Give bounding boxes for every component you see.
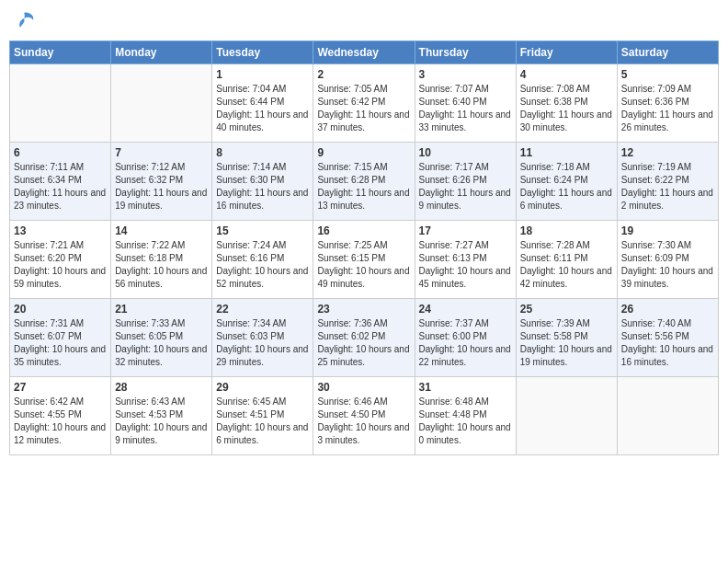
day-info: Sunrise: 7:28 AM Sunset: 6:11 PM Dayligh… [520,239,613,291]
day-info: Sunrise: 7:09 AM Sunset: 6:36 PM Dayligh… [621,83,714,134]
day-number: 28 [115,381,208,394]
day-number: 17 [419,224,512,237]
calendar-cell: 22Sunrise: 7:34 AM Sunset: 6:03 PM Dayli… [212,299,313,377]
day-info: Sunrise: 7:12 AM Sunset: 6:32 PM Dayligh… [115,161,208,213]
calendar-cell: 15Sunrise: 7:24 AM Sunset: 6:16 PM Dayli… [212,221,313,299]
calendar-cell: 1Sunrise: 7:04 AM Sunset: 6:44 PM Daylig… [212,64,313,143]
calendar-cell: 11Sunrise: 7:18 AM Sunset: 6:24 PM Dayli… [516,143,617,221]
calendar-cell [617,377,718,455]
calendar-week-row: 27Sunrise: 6:42 AM Sunset: 4:55 PM Dayli… [10,377,719,455]
calendar-cell: 28Sunrise: 6:43 AM Sunset: 4:53 PM Dayli… [111,377,212,455]
day-number: 4 [520,68,613,81]
calendar-cell [111,64,212,143]
calendar-cell: 13Sunrise: 7:21 AM Sunset: 6:20 PM Dayli… [10,221,111,299]
day-info: Sunrise: 7:36 AM Sunset: 6:02 PM Dayligh… [317,317,410,369]
day-number: 6 [14,146,107,159]
calendar-header-row: SundayMondayTuesdayWednesdayThursdayFrid… [10,41,719,64]
day-info: Sunrise: 7:19 AM Sunset: 6:22 PM Dayligh… [621,161,714,213]
calendar-cell: 12Sunrise: 7:19 AM Sunset: 6:22 PM Dayli… [617,143,718,221]
day-number: 3 [419,68,512,81]
calendar-cell [516,377,617,455]
logo [9,9,37,33]
day-info: Sunrise: 7:30 AM Sunset: 6:09 PM Dayligh… [621,239,714,291]
calendar-week-row: 13Sunrise: 7:21 AM Sunset: 6:20 PM Dayli… [10,221,719,299]
day-header-saturday: Saturday [617,41,718,64]
day-info: Sunrise: 7:25 AM Sunset: 6:15 PM Dayligh… [317,239,410,291]
day-info: Sunrise: 7:22 AM Sunset: 6:18 PM Dayligh… [115,239,208,291]
day-info: Sunrise: 7:15 AM Sunset: 6:28 PM Dayligh… [317,161,410,213]
day-number: 26 [621,303,714,316]
calendar-cell: 23Sunrise: 7:36 AM Sunset: 6:02 PM Dayli… [313,299,415,377]
calendar-table: SundayMondayTuesdayWednesdayThursdayFrid… [9,40,719,455]
calendar-cell: 9Sunrise: 7:15 AM Sunset: 6:28 PM Daylig… [313,143,415,221]
day-number: 11 [520,146,613,159]
logo-bird-icon [11,9,37,35]
day-info: Sunrise: 7:21 AM Sunset: 6:20 PM Dayligh… [14,239,107,291]
calendar-cell: 26Sunrise: 7:40 AM Sunset: 5:56 PM Dayli… [617,299,718,377]
day-number: 23 [317,303,410,316]
day-number: 10 [419,146,512,159]
calendar-cell: 20Sunrise: 7:31 AM Sunset: 6:07 PM Dayli… [10,299,111,377]
day-number: 21 [115,303,208,316]
day-info: Sunrise: 7:24 AM Sunset: 6:16 PM Dayligh… [216,239,309,291]
day-info: Sunrise: 7:17 AM Sunset: 6:26 PM Dayligh… [419,161,512,213]
calendar-cell: 29Sunrise: 6:45 AM Sunset: 4:51 PM Dayli… [212,377,313,455]
calendar-cell: 17Sunrise: 7:27 AM Sunset: 6:13 PM Dayli… [415,221,516,299]
day-info: Sunrise: 7:39 AM Sunset: 5:58 PM Dayligh… [520,317,613,369]
page-header [9,9,719,33]
day-info: Sunrise: 7:34 AM Sunset: 6:03 PM Dayligh… [216,317,309,369]
day-header-friday: Friday [516,41,617,64]
calendar-cell: 2Sunrise: 7:05 AM Sunset: 6:42 PM Daylig… [313,64,415,143]
calendar-cell: 4Sunrise: 7:08 AM Sunset: 6:38 PM Daylig… [516,64,617,143]
day-header-monday: Monday [111,41,212,64]
day-number: 18 [520,224,613,237]
day-info: Sunrise: 7:27 AM Sunset: 6:13 PM Dayligh… [419,239,512,291]
calendar-cell: 5Sunrise: 7:09 AM Sunset: 6:36 PM Daylig… [617,64,718,143]
day-info: Sunrise: 7:31 AM Sunset: 6:07 PM Dayligh… [14,317,107,369]
calendar-week-row: 6Sunrise: 7:11 AM Sunset: 6:34 PM Daylig… [10,143,719,221]
day-number: 12 [621,146,714,159]
calendar-cell: 8Sunrise: 7:14 AM Sunset: 6:30 PM Daylig… [212,143,313,221]
day-info: Sunrise: 7:08 AM Sunset: 6:38 PM Dayligh… [520,83,613,134]
day-info: Sunrise: 7:33 AM Sunset: 6:05 PM Dayligh… [115,317,208,369]
calendar-week-row: 1Sunrise: 7:04 AM Sunset: 6:44 PM Daylig… [10,64,719,143]
calendar-cell: 10Sunrise: 7:17 AM Sunset: 6:26 PM Dayli… [415,143,516,221]
day-number: 27 [14,381,107,394]
day-info: Sunrise: 7:07 AM Sunset: 6:40 PM Dayligh… [419,83,512,134]
calendar-cell: 31Sunrise: 6:48 AM Sunset: 4:48 PM Dayli… [415,377,516,455]
calendar-cell: 21Sunrise: 7:33 AM Sunset: 6:05 PM Dayli… [111,299,212,377]
day-info: Sunrise: 6:48 AM Sunset: 4:48 PM Dayligh… [419,396,512,447]
day-number: 2 [317,68,410,81]
calendar-cell: 25Sunrise: 7:39 AM Sunset: 5:58 PM Dayli… [516,299,617,377]
day-number: 9 [317,146,410,159]
day-info: Sunrise: 7:14 AM Sunset: 6:30 PM Dayligh… [216,161,309,213]
day-info: Sunrise: 7:11 AM Sunset: 6:34 PM Dayligh… [14,161,107,213]
day-number: 31 [419,381,512,394]
day-number: 24 [419,303,512,316]
day-number: 5 [621,68,714,81]
day-header-tuesday: Tuesday [212,41,313,64]
day-header-wednesday: Wednesday [313,41,415,64]
day-info: Sunrise: 7:04 AM Sunset: 6:44 PM Dayligh… [216,83,309,134]
calendar-cell: 24Sunrise: 7:37 AM Sunset: 6:00 PM Dayli… [415,299,516,377]
day-info: Sunrise: 6:45 AM Sunset: 4:51 PM Dayligh… [216,396,309,447]
day-info: Sunrise: 6:42 AM Sunset: 4:55 PM Dayligh… [14,396,107,447]
day-number: 8 [216,146,309,159]
calendar-cell: 6Sunrise: 7:11 AM Sunset: 6:34 PM Daylig… [10,143,111,221]
day-number: 19 [621,224,714,237]
calendar-cell: 16Sunrise: 7:25 AM Sunset: 6:15 PM Dayli… [313,221,415,299]
calendar-cell: 18Sunrise: 7:28 AM Sunset: 6:11 PM Dayli… [516,221,617,299]
calendar-cell: 7Sunrise: 7:12 AM Sunset: 6:32 PM Daylig… [111,143,212,221]
day-number: 14 [115,224,208,237]
calendar-week-row: 20Sunrise: 7:31 AM Sunset: 6:07 PM Dayli… [10,299,719,377]
day-number: 25 [520,303,613,316]
day-number: 15 [216,224,309,237]
calendar-cell: 19Sunrise: 7:30 AM Sunset: 6:09 PM Dayli… [617,221,718,299]
day-info: Sunrise: 7:05 AM Sunset: 6:42 PM Dayligh… [317,83,410,134]
calendar-cell: 3Sunrise: 7:07 AM Sunset: 6:40 PM Daylig… [415,64,516,143]
day-header-sunday: Sunday [10,41,111,64]
day-number: 29 [216,381,309,394]
day-number: 22 [216,303,309,316]
day-info: Sunrise: 7:18 AM Sunset: 6:24 PM Dayligh… [520,161,613,213]
day-info: Sunrise: 6:43 AM Sunset: 4:53 PM Dayligh… [115,396,208,447]
